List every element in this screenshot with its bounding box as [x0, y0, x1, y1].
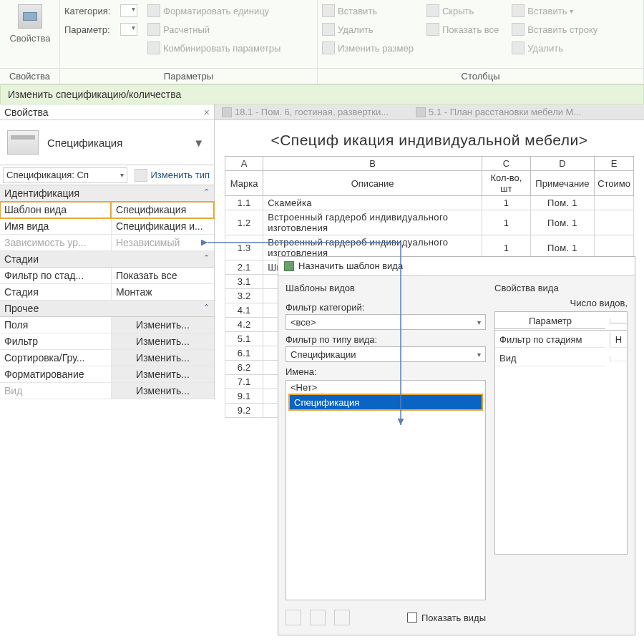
col-header[interactable]: Кол-во, шт [482, 171, 531, 196]
ribbon-context-tab[interactable]: Изменить спецификацию/количества [0, 84, 644, 104]
views-count-label: Число видов, [494, 298, 628, 308]
templates-listbox[interactable]: <Нет> Спецификация [286, 380, 486, 600]
insert-icon [322, 4, 335, 17]
col-letter[interactable]: B [263, 157, 482, 171]
properties-panel: Свойства× Спецификация▼ Спецификация: Сп… [0, 104, 215, 399]
hide-icon [426, 4, 439, 17]
close-panel-icon[interactable]: × [204, 104, 214, 120]
resize-col-button[interactable]: Изменить размер [322, 40, 414, 56]
dialog-left-pane: Шаблоны видов Фильтр категорий: <все>▾ Ф… [286, 283, 486, 628]
showall-col-button[interactable]: Показать все [426, 21, 499, 37]
list-item-none[interactable]: <Нет> [286, 381, 485, 394]
insert-col-button[interactable]: Вставить [322, 3, 414, 19]
identification-grid: Шаблон видаСпецификация Имя видаСпецифик… [0, 202, 214, 251]
category-dropdown[interactable]: Категория: [64, 3, 137, 19]
properties-label: Свойства [9, 33, 50, 44]
other-grid: ПоляИзменить... ФильтрИзменить... Сортир… [0, 317, 214, 399]
rename-button[interactable] [310, 610, 326, 625]
combine-params-button[interactable]: Комбинировать параметры [147, 40, 280, 56]
delete2-button[interactable]: Удалить [512, 40, 597, 56]
calculated-button[interactable]: Расчетный [147, 21, 280, 37]
duplicate-button[interactable] [286, 610, 301, 625]
delete-col-button[interactable]: Удалить [322, 21, 414, 37]
names-label: Имена: [286, 366, 486, 377]
insert2-button[interactable]: Вставить▾ [512, 3, 597, 19]
view-template-row[interactable]: Шаблон видаСпецификация [0, 202, 214, 218]
tab-icon [222, 107, 232, 117]
dialog-right-pane: Свойства вида Число видов, Параметр Филь… [494, 283, 628, 628]
table-row[interactable]: 1.1Скамейка1Пом. 1 [225, 196, 634, 210]
view-tab[interactable]: 18.1 - Пом. 6, гостиная, развертки... [235, 107, 389, 117]
type-filter-dropdown[interactable]: Спецификации▾ [286, 346, 486, 362]
param-col-head: Параметр [495, 313, 605, 329]
type-filter-label: Фильтр по типу вида: [286, 334, 486, 345]
phase-row[interactable]: СтадияМонтаж [0, 284, 214, 301]
format-row[interactable]: ФорматированиеИзменить... [0, 366, 214, 383]
section-other[interactable]: Прочее⌃ [0, 301, 214, 317]
show-views-checkbox[interactable]: Показать виды [407, 613, 486, 623]
ribbon-group-label: Столбцы [318, 68, 643, 84]
fields-row[interactable]: ПоляИзменить... [0, 317, 214, 333]
dialog-title-bar[interactable]: Назначить шаблон вида [278, 257, 635, 275]
properties-title: Свойства× [0, 104, 214, 120]
stages-grid: Фильтр по стад...Показать все СтадияМонт… [0, 268, 214, 301]
showall-icon [426, 23, 439, 36]
format-unit-button[interactable]: Форматировать единицу [147, 3, 280, 19]
format-icon [147, 4, 160, 17]
edit-type-icon [135, 169, 147, 182]
param-row[interactable]: Фильтр по стадиям [495, 332, 605, 348]
fx-icon [147, 23, 160, 36]
properties-button[interactable]: Свойства [4, 3, 56, 44]
templates-label: Шаблоны видов [286, 283, 486, 293]
dialog-title: Назначить шаблон вида [298, 257, 403, 275]
view-props-table: Параметр Фильтр по стадиямН Вид [494, 311, 628, 555]
col-header[interactable]: Примечание [530, 171, 594, 196]
phase-filter-row[interactable]: Фильтр по стад...Показать все [0, 268, 214, 284]
view-name-row[interactable]: Имя видаСпецификация и... [0, 218, 214, 235]
param-row[interactable]: Вид [495, 351, 605, 366]
dependency-row: Зависимость ур...Независимый [0, 235, 214, 251]
view-row: ВидИзменить... [0, 383, 214, 399]
section-identification[interactable]: Идентификация⌃ [0, 185, 214, 202]
ribbon-group-parameters: Категория: Параметр: Форматировать едини… [60, 0, 318, 84]
filter-row[interactable]: ФильтрИзменить... [0, 333, 214, 350]
ribbon-group-columns: Вставить Удалить Изменить размер Скрыть … [318, 0, 644, 84]
col-header[interactable]: Стоимо [595, 171, 634, 196]
delete-icon [322, 23, 335, 36]
type-selector-dropdown[interactable]: Спецификация▼ [47, 137, 207, 149]
section-stages[interactable]: Стадии⌃ [0, 251, 214, 268]
tab-icon [416, 107, 426, 117]
insert-icon [512, 4, 525, 17]
col-letter[interactable]: A [225, 157, 263, 171]
parameter-dropdown[interactable]: Параметр: [64, 21, 137, 37]
combine-icon [147, 42, 160, 54]
col-letter[interactable]: E [595, 157, 634, 171]
ribbon-group-properties: Свойства Свойства [0, 0, 60, 84]
list-tools: Показать виды [286, 608, 486, 628]
ribbon-group-label: Свойства [0, 68, 59, 84]
sort-row[interactable]: Сортировка/Гру...Изменить... [0, 350, 214, 366]
ribbon: Свойства Свойства Категория: Параметр: Ф… [0, 0, 644, 84]
insert-row-icon [512, 23, 525, 36]
instance-selector[interactable]: Спецификация: Сп▾ [3, 167, 127, 183]
view-props-label: Свойства вида [494, 283, 628, 293]
hide-col-button[interactable]: Скрыть [426, 3, 499, 19]
schedule-title: <Специф икация индивидуальной мебели> [225, 132, 634, 149]
category-filter-label: Фильтр категорий: [286, 302, 486, 313]
table-row[interactable]: 1.2Встроенный гардероб индивидуального и… [225, 210, 634, 235]
delete-icon [512, 42, 525, 54]
col-letter[interactable]: C [482, 157, 531, 171]
category-filter-dropdown[interactable]: <все>▾ [286, 314, 486, 330]
delete-template-button[interactable] [334, 610, 350, 625]
schedule-type-icon [7, 130, 39, 155]
ribbon-group-label: Параметры [60, 68, 317, 84]
properties-icon [18, 4, 42, 29]
col-letter[interactable]: D [530, 157, 594, 171]
edit-type-button[interactable]: Изменить тип [130, 169, 214, 182]
view-tab[interactable]: 5.1 - План расстановки мебели М... [429, 107, 581, 117]
col-header[interactable]: Описание [263, 171, 482, 196]
col-header[interactable]: Марка [225, 171, 263, 196]
list-item-spec[interactable]: Спецификация [289, 394, 482, 410]
insert-row-button[interactable]: Вставить строку [512, 21, 597, 37]
view-tabs: 18.1 - Пом. 6, гостиная, развертки... 5.… [215, 104, 644, 120]
